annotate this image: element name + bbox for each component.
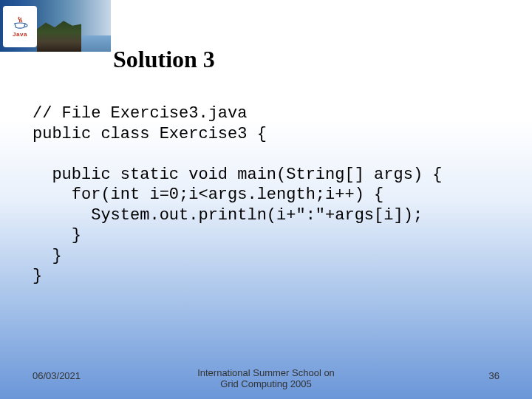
header-scenic-image: Java xyxy=(0,0,111,52)
java-cup-icon xyxy=(12,16,28,30)
java-logo: Java xyxy=(3,6,37,47)
cliff-graphic xyxy=(37,19,81,52)
footer-center-line1: International Summer School on xyxy=(197,367,335,378)
footer-center-line2: Grid Computing 2005 xyxy=(220,378,312,389)
footer-page-number: 36 xyxy=(489,370,499,381)
java-logo-text: Java xyxy=(13,31,27,38)
footer-center: International Summer School on Grid Comp… xyxy=(0,367,532,390)
slide-title: Solution 3 xyxy=(113,46,215,73)
code-block: // File Exercise3.java public class Exer… xyxy=(33,103,517,287)
